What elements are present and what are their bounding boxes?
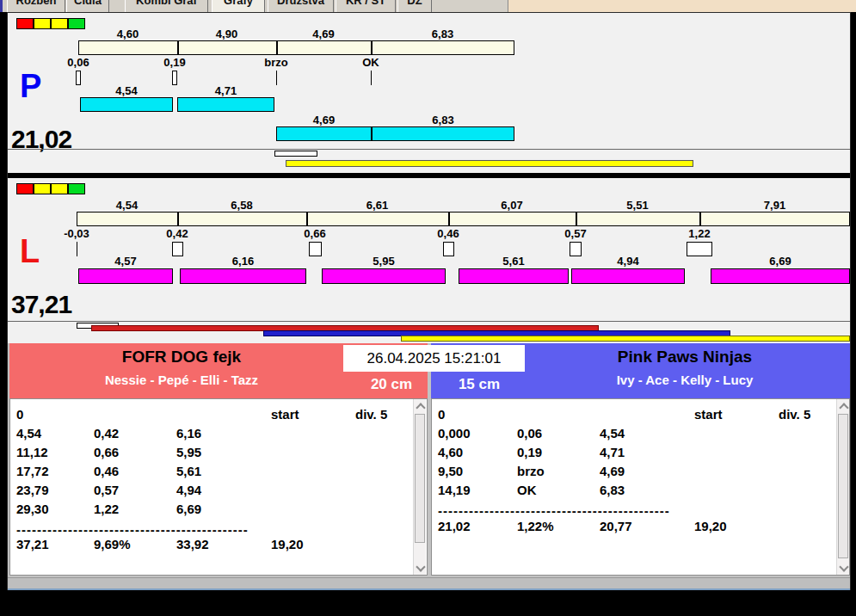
right-results-table[interactable] [431, 398, 850, 576]
change-tick-box [309, 242, 322, 256]
tab-label: DZ [398, 0, 431, 7]
split-time-label: 4,54 [100, 199, 155, 212]
tab-label: Grafy [212, 0, 264, 7]
split-time-label: 7,91 [748, 199, 803, 212]
start-light-2 [51, 183, 68, 194]
window-bottom-edge [8, 577, 850, 590]
tab-dru-stva[interactable]: Družstva [268, 0, 334, 12]
tab-grafy[interactable]: Grafy [212, 0, 265, 12]
left-results-table[interactable] [9, 398, 428, 576]
dog-time-label: 4,54 [99, 84, 154, 97]
tab-label: Kombi Graf [126, 0, 207, 7]
split-time-label: 6,61 [350, 199, 405, 212]
tab-kombi-graf[interactable]: Kombi Graf [125, 0, 208, 12]
start-light-3 [68, 18, 85, 29]
split-divider [699, 212, 701, 226]
tab-dz[interactable]: DZ [397, 0, 432, 12]
dog-time-label: 4,71 [199, 84, 254, 97]
left-table-total-cell: 19,20 [271, 537, 304, 551]
desktop-area [508, 0, 856, 12]
right-table-cell: 14,19 [438, 483, 471, 497]
left-team-name: FOFR DOG fejk [9, 348, 354, 367]
progress-bar-white [274, 151, 317, 157]
change-tick-label: 0,57 [548, 227, 603, 240]
change-tick-label: OK [343, 56, 398, 69]
results-footer: FOFR DOG fejk Nessie - Pepé - Elli - Taz… [8, 343, 850, 577]
change-tick-label: 0,66 [287, 227, 342, 240]
tab--idla[interactable]: Čidla [66, 0, 109, 12]
left-table-start-header: start [271, 407, 299, 422]
right-team-members: Ivy - Ace - Kelly - Lucy [521, 373, 848, 387]
right-table-scroll-up-button[interactable] [837, 399, 850, 413]
dog-time-bar [322, 268, 446, 284]
dog-time-label: 5,95 [356, 255, 411, 268]
right-table-scroll-thumb[interactable] [838, 414, 848, 558]
tab-bar: RozběhČidlaKombi GrafGrafyDružstvaKR / S… [0, 0, 856, 12]
split-times-bar [78, 40, 514, 55]
left-table-total-cell: 33,92 [176, 537, 209, 551]
right-category-label: 15 cm [438, 376, 520, 393]
panel-baseline [8, 149, 850, 150]
dog-time-label: 6,16 [216, 255, 271, 268]
tabs-strip: RozběhČidlaKombi GrafGrafyDružstvaKR / S… [0, 0, 508, 12]
change-tick-box [443, 242, 454, 256]
left-table-cell: 23,79 [16, 483, 49, 497]
change-tick-mark [276, 71, 277, 85]
change-tick-label: -0,03 [49, 227, 104, 240]
left-table-cell: 1,22 [94, 502, 119, 516]
tab-rozb-h[interactable]: Rozběh [7, 0, 65, 12]
start-light-1 [34, 18, 51, 29]
left-table-scrollbar[interactable] [413, 399, 426, 575]
dog-time-bar [177, 97, 274, 112]
left-table-cell: 6,16 [176, 426, 201, 440]
left-table-cell: 0,57 [94, 483, 119, 497]
split-time-label: 6,07 [484, 199, 539, 212]
dog-time-bar [571, 268, 685, 284]
dog-time-label: 4,69 [297, 114, 352, 126]
left-table-cell: 5,95 [176, 445, 201, 459]
left-table-scroll-thumb[interactable] [415, 414, 425, 543]
split-time-label: 6,58 [214, 199, 269, 212]
left-table-first-col: 0 [16, 407, 23, 422]
change-tick-label: 0,42 [150, 227, 205, 240]
tab-label: Čidla [67, 0, 108, 7]
screen: { "colors": { "cream_bar": "#FBFBE6", "c… [0, 0, 856, 616]
right-team-name: Pink Paws Ninjas [521, 348, 848, 367]
left-table-scroll-down-button[interactable] [414, 561, 427, 575]
progress-bar-yellow [286, 160, 693, 167]
right-table-scroll-down-button[interactable] [837, 561, 850, 575]
split-divider [306, 212, 308, 226]
right-table-cell: brzo [517, 464, 545, 478]
right-table-cell: 6,83 [600, 483, 625, 497]
tab-label: Družstva [268, 0, 333, 7]
start-light-0 [16, 183, 34, 194]
left-table-dash-line: ----------------------------------------… [16, 522, 259, 537]
change-tick-mark [371, 71, 372, 85]
split-time-label: 4,60 [101, 28, 156, 40]
left-table-cell: 6,69 [176, 502, 201, 516]
tab-kr-st[interactable]: KR / ST [336, 0, 396, 12]
chevron-up-icon [416, 403, 425, 412]
right-table-scrollbar[interactable] [836, 399, 849, 575]
start-light-3 [68, 183, 85, 194]
right-table-total-cell: 20,77 [600, 519, 632, 533]
datetime-display: 26.04.2025 15:21:01 [343, 345, 525, 372]
right-table-first-col: 0 [438, 407, 445, 422]
change-tick-box [172, 71, 177, 85]
dog-time-label: 6,69 [753, 255, 808, 268]
left-table-scroll-up-button[interactable] [414, 399, 427, 413]
graphs-window: P21,024,604,904,696,830,060,19brzoOK4,54… [7, 12, 851, 590]
dog-time-bar [180, 268, 306, 284]
right-table-total-cell: 21,02 [438, 519, 471, 533]
lane-total-time: 37,21 [11, 291, 71, 318]
left-team-members: Nessie - Pepé - Elli - Tazz [9, 373, 354, 387]
right-table-cell: 4,71 [600, 445, 625, 459]
right-table-total-cell: 1,22% [517, 519, 554, 533]
dog-time-label: 4,57 [98, 255, 153, 268]
left-table-cell: 0,46 [94, 464, 119, 478]
split-divider [371, 40, 373, 55]
dog-time-bar [276, 126, 372, 141]
change-tick-label: 0,06 [51, 56, 106, 69]
left-table-cell: 0,66 [94, 445, 119, 459]
start-light-2 [51, 18, 68, 29]
